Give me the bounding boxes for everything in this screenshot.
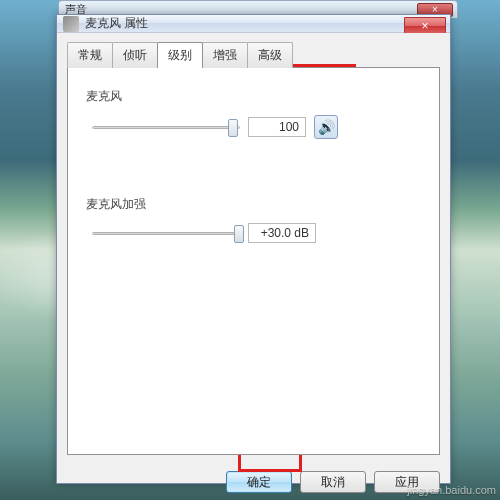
slider-thumb[interactable] (234, 225, 244, 243)
tab-listen[interactable]: 侦听 (112, 42, 158, 68)
dialog-titlebar: 麦克风 属性 × (57, 15, 450, 33)
tab-strip: 常规 侦听 级别 增强 高级 (67, 41, 440, 67)
microphone-boost-value[interactable]: +30.0 dB (248, 223, 316, 243)
watermark-text: jingyan.baidu.com (407, 484, 496, 496)
microphone-volume-slider[interactable] (92, 118, 240, 136)
microphone-boost-group: 麦克风加强 +30.0 dB (86, 196, 421, 243)
slider-thumb[interactable] (228, 119, 238, 137)
dialog-title: 麦克风 属性 (85, 15, 148, 32)
microphone-boost-label: 麦克风加强 (86, 196, 421, 213)
dialog-button-bar: 确定 取消 应用 (57, 463, 450, 500)
microphone-boost-slider[interactable] (92, 224, 240, 242)
microphone-volume-value[interactable]: 100 (248, 117, 306, 137)
tab-levels[interactable]: 级别 (157, 42, 203, 68)
slider-track (92, 232, 240, 235)
microphone-volume-group: 麦克风 100 🔊 (86, 88, 421, 139)
cancel-button[interactable]: 取消 (300, 471, 366, 493)
tab-page-levels: 麦克风 100 🔊 麦克风加强 (67, 67, 440, 455)
ok-button[interactable]: 确定 (226, 471, 292, 493)
speaker-icon: 🔊 (318, 119, 335, 135)
tab-advanced[interactable]: 高级 (247, 42, 293, 68)
slider-track (92, 126, 240, 129)
mute-toggle-button[interactable]: 🔊 (314, 115, 338, 139)
microphone-icon (63, 16, 79, 32)
microphone-properties-dialog: 麦克风 属性 × 常规 侦听 级别 增强 高级 麦克风 100 🔊 (56, 14, 451, 484)
tab-general[interactable]: 常规 (67, 42, 113, 68)
microphone-volume-label: 麦克风 (86, 88, 421, 105)
tab-enhancements[interactable]: 增强 (202, 42, 248, 68)
dialog-client-area: 常规 侦听 级别 增强 高级 麦克风 100 🔊 (57, 33, 450, 463)
